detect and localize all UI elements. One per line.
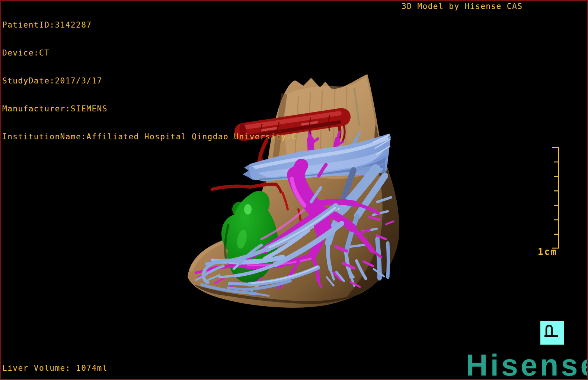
institution-text: InstitutionName:Affiliated Hospital Qing… <box>2 132 297 142</box>
viewer-title: 3D Model by Hisense CAS <box>402 2 523 11</box>
scale-bar <box>552 147 559 248</box>
manufacturer-text: Manufacturer:SIEMENS <box>2 104 297 114</box>
liver-volume-text: Liver Volume: 1074ml <box>2 364 108 373</box>
orientation-glyph-icon <box>540 321 564 345</box>
patient-orientation-icon[interactable] <box>540 321 564 345</box>
scale-bar-label: 1cm <box>538 247 557 257</box>
hisense-logo: Hisense <box>466 350 588 380</box>
patient-id-text: PatientID:3142287 <box>2 20 297 30</box>
viewer-window: PatientID:3142287 Device:CT StudyDate:20… <box>0 0 588 380</box>
device-text: Device:CT <box>2 48 297 58</box>
dicom-metadata-overlay: PatientID:3142287 Device:CT StudyDate:20… <box>2 2 297 160</box>
study-date-text: StudyDate:2017/3/17 <box>2 76 297 86</box>
